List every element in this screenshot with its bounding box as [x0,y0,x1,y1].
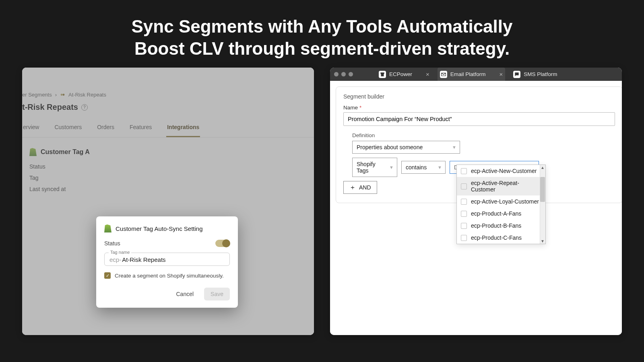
maximize-dot-icon[interactable] [349,72,353,76]
attribute-select[interactable]: Shopify Tags ▼ [352,158,397,177]
dropdown-option[interactable]: ecp-Product-B-Fans [457,220,545,232]
minimize-dot-icon[interactable] [341,72,346,76]
option-label: ecp-Product-C-Fans [471,234,522,241]
checkbox[interactable] [461,223,467,229]
scrollbar[interactable]: ▲ ▼ [540,165,545,244]
property-select[interactable]: Properties about someone ▼ [352,141,460,154]
dropdown-option[interactable]: ecp-Active-Repeat-Customer [457,177,545,195]
chevron-down-icon: ▼ [438,165,442,170]
dropdown-option[interactable]: ecp-Active-New-Customer [457,165,545,177]
right-panel: ECPower × Email Platform × SMS Platform … [330,68,622,335]
hero-headline: Sync Segments with Any Tools Automatical… [0,0,644,68]
tag-value: At-Risk Repeats [122,256,165,263]
store-icon [379,71,386,78]
option-label: ecp-Active-New-Customer [471,168,537,174]
tag-name-field[interactable]: Tag name ecp- At-Risk Repeats [104,253,230,266]
close-dot-icon[interactable] [334,72,339,76]
tab-sms-platform[interactable]: SMS Platform [511,68,559,81]
option-label: ecp-Active-Loyal-Customer [471,198,539,205]
modal-title-text: Customer Tag Auto-Sync Setting [116,225,203,232]
and-label: AND [359,184,371,191]
save-button[interactable]: Save [204,288,230,300]
scroll-up-icon[interactable]: ▲ [541,165,545,170]
checkbox[interactable] [461,183,467,189]
cancel-button[interactable]: Cancel [169,288,200,300]
dropdown-option[interactable]: ecp-Active-Loyal-Customer [457,195,545,208]
scroll-thumb[interactable] [540,177,545,202]
tab-email-label: Email Platform [450,71,486,77]
tab-ecpower[interactable]: ECPower × [376,68,432,81]
close-icon[interactable]: × [500,71,503,78]
segment-name-input[interactable] [343,112,615,126]
dropdown-option[interactable]: ecp-Product-C-Fans [457,232,545,244]
chevron-down-icon: ▼ [452,145,456,150]
hero-line-1: Sync Segments with Any Tools Automatical… [16,15,628,37]
tab-email-platform[interactable]: Email Platform × [438,68,506,81]
option-label: ecp-Active-Repeat-Customer [471,180,541,193]
dropdown-option[interactable]: ecp-Product-A-Fans [457,208,545,220]
chevron-down-icon: ▼ [389,165,394,170]
status-label: Status [104,240,120,247]
left-panel: er Segments › At-Risk Repeats t-Risk Rep… [22,68,314,335]
tag-name-label: Tag name [109,250,131,255]
checkbox[interactable] [461,168,467,174]
tag-prefix: ecp- [109,256,121,263]
mail-icon [440,71,447,78]
hero-line-2: Boost CLV through segment-driven strateg… [16,37,628,60]
checkbox[interactable] [461,235,467,241]
close-icon[interactable]: × [426,71,429,78]
create-segment-label: Create a segment on Shopify simultaneous… [115,273,224,279]
tab-ecpower-label: ECPower [389,71,412,77]
dimension-value-dropdown: ecp-Active-New-Customer ecp-Active-Repea… [456,165,546,244]
name-label: Name* [343,105,615,111]
chat-icon [513,71,520,78]
option-label: ecp-Product-A-Fans [471,210,521,217]
status-toggle[interactable] [215,240,230,247]
tab-sms-label: SMS Platform [524,71,557,77]
add-and-condition-button[interactable]: ＋ AND [343,181,377,194]
definition-label: Definition [352,132,615,138]
window-controls[interactable] [334,72,353,76]
checkbox[interactable] [461,199,467,205]
window-titlebar: ECPower × Email Platform × SMS Platform [330,68,622,81]
scroll-down-icon[interactable]: ▼ [541,239,545,243]
operator-select[interactable]: contains ▼ [401,161,446,174]
option-label: ecp-Product-B-Fans [471,222,521,229]
create-segment-checkbox[interactable]: ✓ [104,272,111,279]
segment-builder-title: Segment builder [343,93,615,100]
checkbox[interactable] [461,211,467,217]
auto-sync-modal: Customer Tag Auto-Sync Setting Status Ta… [96,216,238,308]
shopify-icon [104,224,111,232]
